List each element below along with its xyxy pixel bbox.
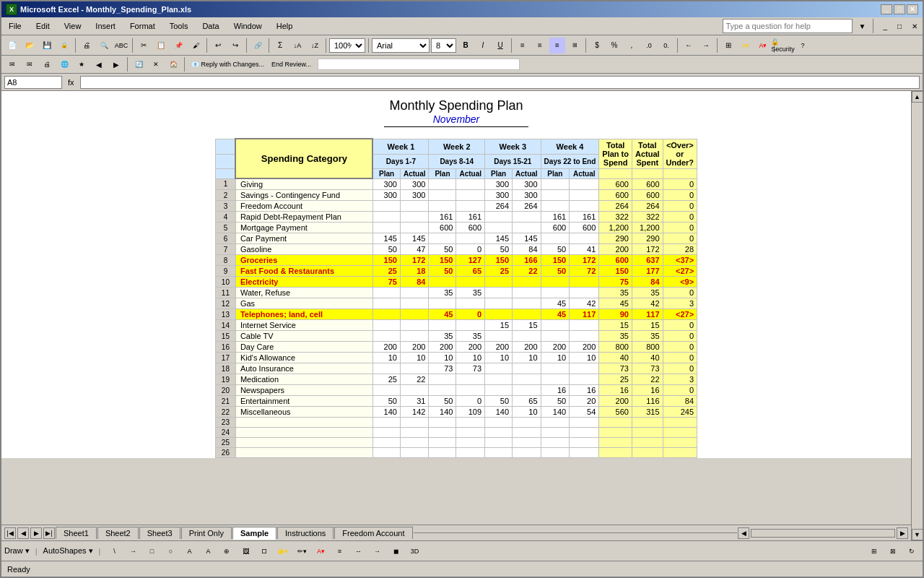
w2-actual-cell[interactable] (456, 418, 485, 428)
w4-actual-cell[interactable] (570, 201, 599, 212)
menu-view[interactable]: View (60, 20, 86, 32)
w2-plan-cell[interactable]: 161 (429, 212, 456, 223)
w1-actual-cell[interactable]: 84 (400, 277, 429, 288)
w2-actual-cell[interactable] (456, 190, 485, 201)
category-cell[interactable]: Telephones; land, cell (235, 309, 372, 320)
w4-actual-cell[interactable]: 54 (570, 407, 599, 418)
favorites-button[interactable]: ★ (74, 56, 90, 72)
tab-last-button[interactable]: ▶| (43, 527, 55, 539)
w4-plan-cell[interactable] (541, 428, 570, 438)
total-plan-cell[interactable] (599, 438, 632, 448)
category-cell[interactable]: Electricity (235, 277, 372, 288)
shadow-button[interactable]: ◼ (388, 543, 404, 559)
w4-actual-cell[interactable] (570, 320, 599, 331)
w3-plan-cell[interactable]: 10 (485, 353, 513, 363)
total-plan-cell[interactable]: 15 (599, 320, 632, 331)
w3-plan-cell[interactable] (485, 277, 513, 288)
table-row[interactable]: 22Miscellaneous1401421401091401014054560… (215, 407, 697, 418)
align-distribute-button[interactable]: ⊞ (866, 543, 882, 559)
w2-actual-cell[interactable] (456, 428, 485, 438)
menu-edit[interactable]: Edit (32, 20, 54, 32)
table-row[interactable]: 12Gas454245423 (215, 298, 697, 309)
w4-plan-cell[interactable]: 45 (541, 309, 570, 320)
category-cell[interactable]: Auto Insurance (235, 363, 372, 374)
menu-help[interactable]: Help (272, 20, 297, 32)
w4-actual-cell[interactable] (570, 233, 599, 244)
table-row[interactable]: 3Freedom Account2642642642640 (215, 201, 697, 212)
w4-actual-cell[interactable] (570, 277, 599, 288)
total-actual-cell[interactable]: 35 (632, 331, 663, 342)
category-cell[interactable]: Day Care (235, 342, 372, 353)
w2-actual-cell[interactable] (456, 438, 485, 448)
over-under-cell[interactable]: <27> (663, 266, 697, 277)
total-plan-cell[interactable] (599, 428, 632, 438)
w4-plan-cell[interactable]: 50 (541, 396, 570, 407)
tab-sheet3[interactable]: Sheet3 (139, 527, 180, 539)
align-right-button[interactable]: ≡ (549, 38, 565, 53)
redo-button[interactable]: ↪ (227, 38, 243, 53)
w2-actual-cell[interactable]: 35 (456, 331, 485, 342)
w3-plan-cell[interactable] (485, 448, 513, 458)
table-row[interactable]: 15Cable TV353535350 (215, 331, 697, 342)
w4-actual-cell[interactable]: 10 (570, 353, 599, 363)
w2-actual-cell[interactable] (456, 385, 485, 396)
w4-plan-cell[interactable] (541, 438, 570, 448)
w2-plan-cell[interactable]: 200 (429, 342, 456, 353)
w2-plan-cell[interactable] (429, 277, 456, 288)
total-actual-cell[interactable]: 42 (632, 298, 663, 309)
end-review-button[interactable]: End Review... (268, 56, 315, 72)
w2-actual-cell[interactable]: 161 (456, 212, 485, 223)
arrow-tool[interactable]: → (125, 543, 141, 559)
total-plan-cell[interactable]: 600 (599, 190, 632, 201)
w4-plan-cell[interactable] (541, 178, 570, 190)
sort-asc-button[interactable]: ↓A (289, 38, 305, 53)
w3-actual-cell[interactable] (513, 363, 541, 374)
over-under-cell[interactable]: <9> (663, 277, 697, 288)
w1-plan-cell[interactable]: 300 (372, 178, 400, 190)
table-row[interactable]: 16Day Care200200200200200200200200800800… (215, 342, 697, 353)
table-row[interactable]: 21Entertainment50315005065502020011684 (215, 396, 697, 407)
w3-plan-cell[interactable]: 15 (485, 320, 513, 331)
email2-button[interactable]: ✉ (22, 56, 38, 72)
total-plan-cell[interactable]: 35 (599, 288, 632, 298)
formula-input[interactable] (80, 76, 920, 89)
table-row[interactable]: 10Electricity75847584<9> (215, 277, 697, 288)
w1-plan-cell[interactable] (372, 288, 400, 298)
w1-actual-cell[interactable]: 142 (400, 407, 429, 418)
w4-actual-cell[interactable]: 41 (570, 244, 599, 255)
w3-actual-cell[interactable]: 10 (513, 407, 541, 418)
w1-plan-cell[interactable]: 25 (372, 374, 400, 385)
line-color-button[interactable]: ✏▾ (294, 543, 310, 559)
category-cell[interactable]: Gasoline (235, 244, 372, 255)
w3-plan-cell[interactable] (485, 298, 513, 309)
w1-actual-cell[interactable] (400, 288, 429, 298)
table-row[interactable]: 2Savings - Contingency Fund3003003003006… (215, 190, 697, 201)
w1-plan-cell[interactable]: 75 (372, 277, 400, 288)
font-name-dropdown[interactable]: Arial (372, 38, 430, 53)
clipart-tool[interactable]: 🖼 (237, 543, 253, 559)
w2-actual-cell[interactable]: 65 (456, 266, 485, 277)
category-cell[interactable]: Car Payment (235, 233, 372, 244)
w2-actual-cell[interactable] (456, 178, 485, 190)
w1-actual-cell[interactable] (400, 309, 429, 320)
w2-actual-cell[interactable] (456, 201, 485, 212)
w4-plan-cell[interactable] (541, 288, 570, 298)
w2-plan-cell[interactable] (429, 298, 456, 309)
total-plan-cell[interactable]: 200 (599, 244, 632, 255)
sort-desc-button[interactable]: ↓Z (307, 38, 323, 53)
w3-actual-cell[interactable] (513, 418, 541, 428)
w3-plan-cell[interactable] (485, 385, 513, 396)
open-button[interactable]: 📂 (22, 38, 38, 53)
total-actual-cell[interactable]: 290 (632, 233, 663, 244)
w3-actual-cell[interactable] (513, 212, 541, 223)
w1-actual-cell[interactable]: 47 (400, 244, 429, 255)
align-left-button[interactable]: ≡ (515, 38, 531, 53)
table-row[interactable]: 13Telephones; land, cell4504511790117<27… (215, 309, 697, 320)
w2-actual-cell[interactable]: 10 (456, 353, 485, 363)
over-under-cell[interactable] (663, 418, 697, 428)
vscroll-track[interactable] (912, 103, 923, 529)
w4-actual-cell[interactable] (570, 428, 599, 438)
w4-actual-cell[interactable] (570, 374, 599, 385)
total-actual-cell[interactable]: 1,200 (632, 223, 663, 233)
w3-actual-cell[interactable]: 84 (513, 244, 541, 255)
